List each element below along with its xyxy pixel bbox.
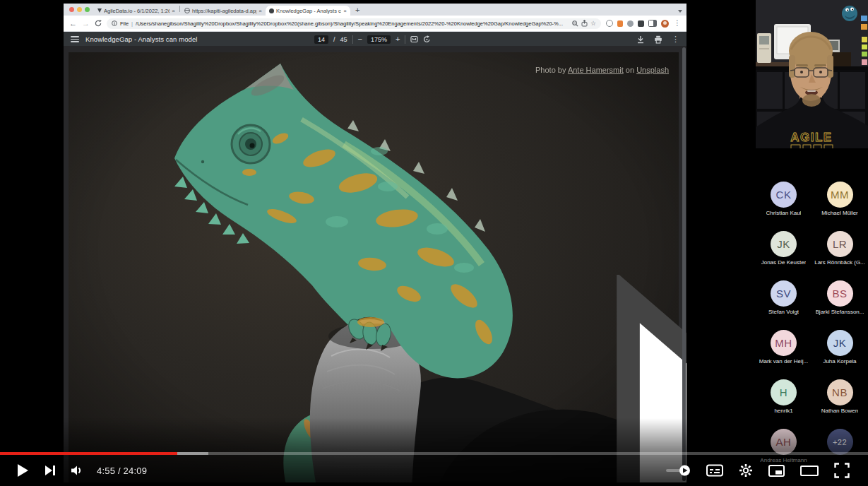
player-controls-right (665, 463, 868, 478)
pdf-viewer-toolbar: KnowledgeGap - Analysts can model 14 / 4… (64, 32, 686, 47)
play-button[interactable] (17, 463, 30, 478)
minimize-window-button[interactable] (77, 7, 82, 12)
tab-separator (179, 6, 180, 12)
participant-avatar: H (771, 379, 797, 405)
page-separator: / (333, 36, 335, 43)
more-participants-badge[interactable]: +22 (827, 429, 853, 455)
url-path: /Users/shanegibson/Shagility%20Dropbox/S… (136, 20, 569, 27)
pdf-content-area[interactable]: Photo by Ante Hamersmit on Unsplash (64, 46, 686, 482)
theater-mode-button[interactable] (800, 466, 819, 476)
zoom-in-button[interactable]: + (396, 35, 400, 43)
zoom-out-button[interactable]: − (358, 35, 362, 43)
extension-gray-icon[interactable] (627, 20, 634, 27)
participant-tile[interactable]: JK Jonas De Keuster (756, 219, 811, 268)
participant-tile[interactable]: LR Lars Rönnbäck (G... (811, 219, 868, 268)
photo-credit: Photo by Ante Hamersmit on Unsplash (535, 66, 669, 74)
slide-photo-chameleon: Photo by Ante Hamersmit on Unsplash (69, 52, 679, 482)
participant-tile[interactable]: MM Michael Müller (811, 170, 868, 219)
participant-avatar: AH (771, 429, 797, 455)
funnel-favicon (97, 8, 102, 13)
credit-author-link[interactable]: Ante Hamersmit (568, 66, 624, 74)
mouse-cursor (450, 275, 686, 482)
participant-avatar: MH (771, 330, 797, 356)
url-scheme: File (120, 20, 129, 27)
credit-site-link[interactable]: Unsplash (636, 66, 669, 74)
tab-strip: AgileData.io - 6/1/2022, 1:26:2 × https:… (64, 4, 686, 16)
tab-agiledata[interactable]: AgileData.io - 6/1/2022, 1:26:2 × (94, 6, 179, 16)
participant-name: Juha Korpela (823, 358, 856, 364)
tab-title: https://kapiti-agiledata-d.app (192, 8, 256, 14)
tab-knowledgegap-active[interactable]: KnowledgeGap - Analysts can × (266, 6, 350, 16)
zoom-indicator-icon[interactable] (572, 20, 578, 27)
bookmark-star-icon[interactable]: ☆ (590, 20, 596, 27)
participant-tile[interactable]: BS Bjarki Stefansson... (811, 268, 868, 318)
participant-tile[interactable]: CK Christian Kaul (756, 170, 811, 219)
volume-icon[interactable] (71, 465, 84, 476)
participant-avatar: NB (827, 379, 853, 405)
pdf-favicon (269, 8, 274, 13)
participant-tile[interactable]: JK Juha Korpela (811, 318, 868, 367)
extensions-puzzle-icon[interactable] (638, 20, 644, 27)
page-number-input[interactable]: 14 (314, 35, 328, 44)
share-icon[interactable] (581, 20, 588, 27)
zoom-window-button[interactable] (85, 7, 90, 12)
video-player[interactable]: AgileData.io - 6/1/2022, 1:26:2 × https:… (0, 0, 868, 486)
page-total: 45 (340, 36, 347, 43)
pdf-menu-kebab-icon[interactable]: ⋮ (672, 35, 679, 43)
participant-name: Bjarki Stefansson... (816, 309, 864, 315)
settings-gear-icon[interactable] (739, 463, 753, 478)
pdf-scrollbar[interactable] (682, 47, 686, 481)
miniplayer-button[interactable] (768, 465, 785, 477)
tab-close-icon[interactable]: × (343, 8, 347, 14)
participant-avatar: JK (771, 231, 797, 257)
globe-favicon (184, 8, 190, 13)
window-controls (68, 4, 94, 16)
next-button[interactable] (44, 465, 56, 476)
download-icon[interactable] (636, 35, 645, 44)
tab-close-icon[interactable]: × (258, 8, 262, 14)
participant-name: henrik1 (774, 408, 792, 414)
rotate-icon[interactable] (423, 35, 431, 43)
participant-tile[interactable]: SV Stefan Voigt (756, 268, 811, 318)
fullscreen-button[interactable] (834, 463, 850, 478)
participant-name: Jonas De Keuster (761, 259, 807, 266)
tab-search-chevron-icon[interactable] (678, 10, 682, 13)
extension-orange-icon[interactable] (617, 20, 623, 27)
reload-button[interactable] (95, 20, 102, 27)
toolbar-divider (352, 35, 353, 44)
player-controls: 4:55 / 24:09 (0, 455, 868, 486)
subtitles-button[interactable] (706, 464, 723, 477)
extension-ring-icon[interactable] (606, 20, 613, 27)
participant-name: Michael Müller (821, 210, 858, 216)
profile-avatar-icon[interactable] (661, 20, 669, 28)
pdf-action-buttons: ⋮ (636, 35, 679, 44)
new-tab-button[interactable]: + (355, 5, 359, 15)
forward-button[interactable]: → (82, 20, 90, 28)
side-panel-icon[interactable] (648, 20, 657, 27)
address-bar[interactable]: File | /Users/shanegibson/Shagility%20Dr… (107, 18, 601, 29)
page-info-icon[interactable] (112, 20, 117, 26)
zoom-level-value[interactable]: 175% (367, 35, 391, 44)
participant-avatar: BS (827, 280, 853, 307)
fit-to-page-icon[interactable] (410, 35, 418, 43)
participant-tile[interactable]: NB Nathan Bowen (811, 367, 868, 417)
browser-toolbar: ← → File | /Users/shanegibson/Shagility%… (64, 16, 686, 32)
browser-menu-kebab-icon[interactable]: ⋮ (674, 20, 681, 27)
participant-avatar: JK (827, 330, 853, 356)
extensions-area (606, 20, 669, 28)
print-icon[interactable] (654, 35, 662, 44)
close-window-button[interactable] (69, 7, 74, 12)
participant-avatar: LR (827, 231, 853, 257)
back-button[interactable]: ← (69, 20, 77, 28)
url-separator: | (131, 20, 133, 27)
participant-tile[interactable]: H henrik1 (756, 367, 811, 417)
vintage-mac-computer (757, 33, 771, 63)
participant-name: Lars Rönnbäck (G... (814, 259, 865, 266)
tab-close-icon[interactable]: × (172, 8, 175, 14)
webcam-feed: AGILE (756, 0, 868, 148)
participant-avatar: SV (771, 280, 797, 307)
participant-tile[interactable]: MH Mark van der Heij... (756, 318, 811, 367)
pdf-menu-hamburger-icon[interactable] (71, 36, 79, 42)
autoplay-toggle[interactable] (665, 465, 691, 476)
tab-kapiti[interactable]: https://kapiti-agiledata-d.app × (181, 6, 266, 16)
